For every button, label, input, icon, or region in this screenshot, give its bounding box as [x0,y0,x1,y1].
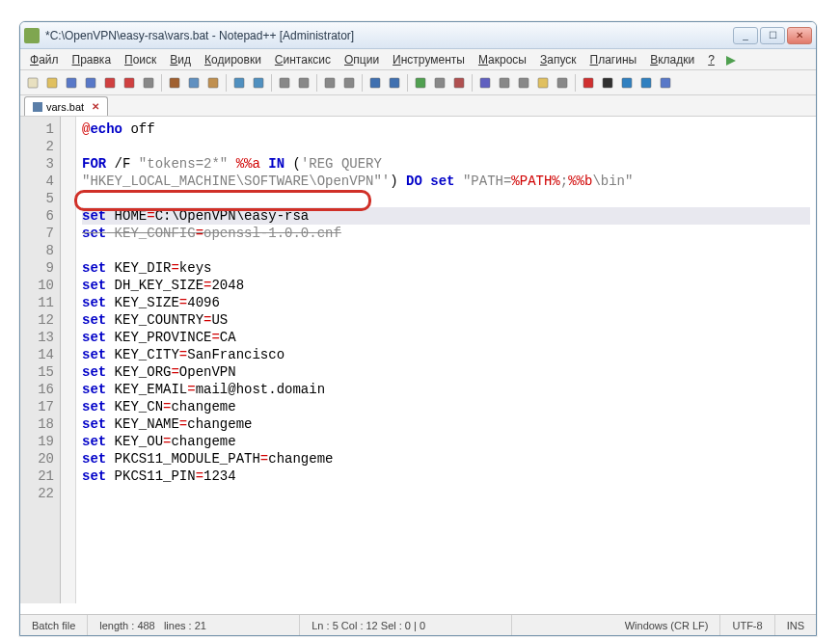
menu-поиск[interactable]: Поиск [119,51,162,68]
svg-rect-8 [170,78,179,88]
titlebar[interactable]: *C:\OpenVPN\easy-rsa\vars.bat - Notepad+… [20,22,816,49]
code-line-10[interactable]: set DH_KEY_SIZE=2048 [82,277,810,294]
menu-вид[interactable]: Вид [164,51,197,68]
menu-синтаксис[interactable]: Синтаксис [269,51,337,68]
stop-macro-icon[interactable] [599,74,616,92]
status-insert-mode[interactable]: INS [775,615,816,635]
sync-v-icon[interactable] [366,74,384,92]
svg-rect-27 [583,78,593,88]
new-file-icon[interactable] [24,74,41,92]
code-line-17[interactable]: set KEY_CN=changeme [82,398,810,415]
svg-marker-0 [726,56,736,66]
undo-icon[interactable] [230,74,248,92]
svg-rect-21 [454,78,464,88]
wrap-icon[interactable] [412,74,429,92]
tab-close-icon[interactable]: ✕ [92,101,99,112]
menu-правка[interactable]: Правка [67,51,118,68]
code-line-15[interactable]: set KEY_ORG=OpenVPN [82,363,810,381]
status-eol[interactable]: Windows (CR LF) [613,615,721,635]
svg-rect-23 [500,78,509,88]
code-line-13[interactable]: set KEY_PROVINCE=CA [82,329,810,346]
code-line-5[interactable] [82,190,810,207]
save-all-icon[interactable] [82,74,99,92]
menu-файл[interactable]: Файл [24,51,65,68]
svg-rect-15 [325,78,335,88]
svg-rect-1 [28,78,38,88]
menu-?[interactable]: ? [702,51,720,68]
code-line-2[interactable] [82,138,810,155]
code-line-12[interactable]: set KEY_COUNTRY=US [82,311,810,329]
code-line-7[interactable]: set KEY_CONFIG=openssl-1.0.0.cnf [82,225,810,242]
svg-rect-12 [254,78,263,88]
code-line-21[interactable]: set PKCS11_PIN=1234 [82,467,810,485]
svg-rect-18 [390,78,399,88]
indent-guide-icon[interactable] [450,74,468,92]
paste-icon[interactable] [204,74,222,92]
code-line-18[interactable]: set KEY_NAME=changeme [82,415,810,433]
file-icon [33,102,42,112]
tab-strip: vars.bat ✕ [20,95,816,117]
code-area[interactable]: @echo offFOR /F "tokens=2*" %%a IN ('REG… [76,117,816,603]
play-icon [726,55,736,65]
code-line-3[interactable]: FOR /F "tokens=2*" %%a IN ('REG QUERY [82,155,810,173]
save-macro-icon[interactable] [657,74,674,92]
fold-margin [61,117,76,603]
tab-vars-bat[interactable]: vars.bat ✕ [24,96,108,116]
cut-icon[interactable] [166,74,183,92]
print-icon[interactable] [140,74,157,92]
find-icon[interactable] [276,74,293,92]
zoom-out-icon[interactable] [340,74,358,92]
menu-плагины[interactable]: Плагины [584,51,643,68]
svg-rect-3 [67,78,76,88]
sync-h-icon[interactable] [386,74,403,92]
svg-rect-30 [641,78,651,88]
run-macro-icon[interactable] [637,74,655,92]
replace-icon[interactable] [295,74,312,92]
open-file-icon[interactable] [43,74,61,92]
copy-icon[interactable] [185,74,203,92]
code-line-14[interactable]: set KEY_CITY=SanFrancisco [82,346,810,363]
code-editor[interactable]: 12345678910111213141516171819202122 @ech… [20,117,816,603]
code-line-20[interactable]: set PKCS11_MODULE_PATH=changeme [82,450,810,467]
doc-map-icon[interactable] [496,74,513,92]
code-line-6[interactable]: set HOME=C:\OpenVPN\easy-rsa [82,207,810,225]
svg-rect-2 [47,78,57,88]
minimize-button[interactable]: _ [733,27,758,44]
code-line-11[interactable]: set KEY_SIZE=4096 [82,294,810,311]
show-chars-icon[interactable] [431,74,448,92]
play-macro-icon[interactable] [618,74,636,92]
save-icon[interactable] [63,74,80,92]
code-line-9[interactable]: set KEY_DIR=keys [82,259,810,277]
code-line-8[interactable] [82,242,810,259]
code-line-4[interactable]: "HKEY_LOCAL_MACHINE\SOFTWARE\OpenVPN"') … [82,173,810,190]
lang-icon[interactable] [476,74,494,92]
menu-инструменты[interactable]: Инструменты [387,51,471,68]
svg-rect-22 [480,78,490,88]
svg-rect-10 [208,78,218,88]
code-line-16[interactable]: set KEY_EMAIL=mail@host.domain [82,381,810,398]
menu-опции[interactable]: Опции [339,51,385,68]
redo-icon[interactable] [250,74,267,92]
menu-макросы[interactable]: Макросы [473,51,532,68]
func-list-icon[interactable] [515,74,532,92]
status-encoding[interactable]: UTF-8 [720,615,774,635]
close-all-icon[interactable] [121,74,138,92]
code-line-19[interactable]: set KEY_OU=changeme [82,433,810,450]
folder-view-icon[interactable] [534,74,552,92]
record-macro-icon[interactable] [580,74,597,92]
svg-rect-6 [124,78,134,88]
close-icon[interactable] [101,74,119,92]
menu-кодировки[interactable]: Кодировки [199,51,267,68]
status-cursor-pos: Ln : 5 Col : 12 Sel : 0 | 0 [300,615,512,635]
line-number-gutter: 12345678910111213141516171819202122 [20,117,61,603]
code-line-1[interactable]: @echo off [82,120,810,138]
menu-запуск[interactable]: Запуск [534,51,583,68]
svg-rect-5 [105,78,115,88]
monitor-icon[interactable] [554,74,571,92]
zoom-in-icon[interactable] [321,74,339,92]
menu-вкладки[interactable]: Вкладки [644,51,700,68]
code-line-22[interactable] [82,485,810,502]
svg-rect-29 [622,78,632,88]
maximize-button[interactable]: ☐ [760,27,785,44]
close-button[interactable]: ✕ [787,27,812,44]
